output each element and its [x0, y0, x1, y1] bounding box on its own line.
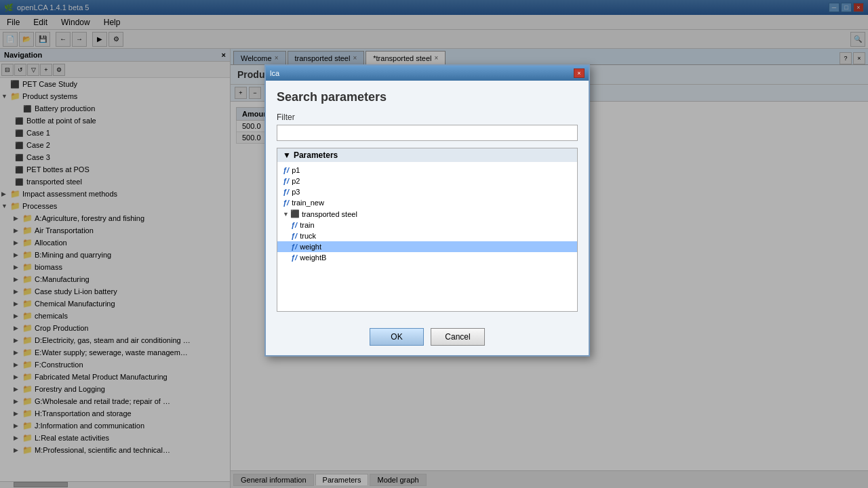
params-collapse-icon: ▼ [283, 150, 291, 160]
param-item-p2[interactable]: ƒ/ p2 [277, 176, 577, 186]
modal-title-bar: lca × [266, 66, 589, 81]
modal-overlay: lca × Search parameters Filter ▼ Paramet… [0, 0, 868, 488]
param-func-icon: ƒ/ [283, 188, 289, 196]
param-item-train-new[interactable]: ƒ/ train_new [277, 197, 577, 208]
param-func-icon: ƒ/ [283, 177, 289, 185]
modal-body: Search parameters Filter ▼ Parameters ƒ/… [266, 81, 589, 321]
ok-button[interactable]: OK [370, 328, 424, 346]
param-item-p3[interactable]: ƒ/ p3 [277, 186, 577, 197]
params-tree: ƒ/ p1 ƒ/ p2 ƒ/ p3 ƒ/ [277, 162, 577, 311]
modal-heading: Search parameters [277, 90, 578, 104]
params-section: ▼ Parameters ƒ/ p1 ƒ/ p2 [277, 148, 578, 312]
search-parameters-dialog: lca × Search parameters Filter ▼ Paramet… [264, 64, 590, 357]
param-item-p1[interactable]: ƒ/ p1 [277, 165, 577, 176]
filter-input[interactable] [277, 125, 578, 141]
filter-label: Filter [277, 113, 578, 122]
param-item-truck[interactable]: ƒ/ truck [277, 230, 577, 241]
modal-title: lca [270, 69, 279, 77]
param-func-icon: ƒ/ [283, 199, 289, 207]
param-func-icon: ƒ/ [291, 221, 297, 229]
group-item-transported-steel[interactable]: ▼ ⬛ transported steel [277, 208, 577, 220]
param-item-weightB[interactable]: ƒ/ weightB [277, 252, 577, 263]
param-func-icon: ƒ/ [283, 166, 289, 174]
group-collapse-icon: ▼ [283, 211, 289, 218]
param-func-icon: ƒ/ [291, 243, 297, 251]
modal-footer: OK Cancel [266, 321, 589, 355]
params-section-header[interactable]: ▼ Parameters [277, 148, 577, 162]
modal-close-button[interactable]: × [574, 68, 585, 78]
group-folder-icon: ⬛ [290, 209, 300, 218]
params-section-label: Parameters [294, 150, 338, 160]
param-item-weight[interactable]: ƒ/ weight [277, 241, 577, 252]
cancel-button[interactable]: Cancel [431, 328, 485, 346]
param-func-icon: ƒ/ [291, 253, 297, 262]
param-item-train[interactable]: ƒ/ train [277, 220, 577, 230]
param-func-icon: ƒ/ [291, 232, 297, 240]
